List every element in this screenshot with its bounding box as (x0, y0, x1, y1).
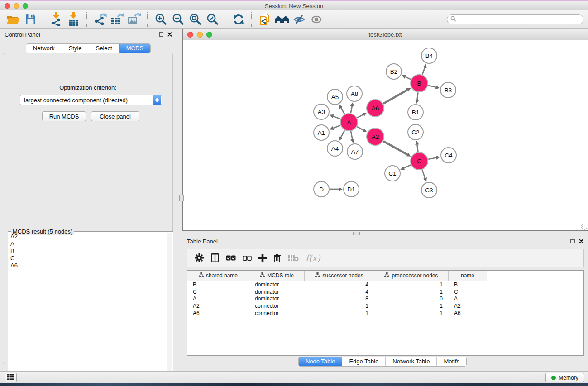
cell-predecessor-nodes[interactable]: 1 (374, 289, 449, 295)
search-field[interactable] (447, 14, 583, 24)
graph-edge[interactable] (351, 106, 352, 113)
tab-node-table[interactable]: Node Table (299, 357, 342, 366)
close-panel-button[interactable]: Close panel (91, 111, 139, 121)
cell-name[interactable]: A (449, 295, 487, 302)
column-header-shared-name[interactable]: shared name (187, 271, 249, 281)
column-header-MCDS-role[interactable]: MCDS role (249, 271, 305, 281)
cell-predecessor-nodes[interactable]: 1 (374, 303, 449, 309)
zoom-in-button[interactable] (152, 12, 169, 27)
duplicate-network-button[interactable] (256, 12, 273, 27)
home-layout-button[interactable] (273, 12, 291, 27)
float-panel-icon[interactable] (159, 32, 163, 37)
graph-edge[interactable] (357, 127, 363, 130)
cell-MCDS-role[interactable]: connector (249, 303, 305, 309)
cell-successor-nodes[interactable]: 1 (305, 303, 374, 309)
graph-edge[interactable] (351, 131, 353, 139)
export-image-button[interactable] (126, 12, 143, 27)
cell-successor-nodes[interactable]: 1 (305, 310, 374, 316)
search-input[interactable] (458, 15, 583, 24)
tab-style[interactable]: Style (62, 44, 89, 53)
graph-edge[interactable] (417, 145, 418, 152)
cell-name[interactable]: A2 (449, 303, 487, 309)
cell-shared-name[interactable]: C (187, 289, 249, 295)
export-table-button[interactable] (109, 12, 126, 27)
cell-predecessor-nodes[interactable]: 1 (374, 281, 449, 288)
table-row[interactable]: Bdominator41B (187, 281, 583, 288)
column-header-name[interactable]: name (449, 271, 487, 281)
table-row[interactable]: A6connector11A6 (187, 310, 583, 317)
vertical-split-handle[interactable] (179, 195, 184, 201)
zoom-selected-button[interactable] (204, 12, 221, 27)
tab-motifs[interactable]: Motifs (436, 357, 466, 366)
cell-shared-name[interactable]: A (187, 295, 249, 302)
task-history-button[interactable] (5, 373, 17, 382)
gear-button[interactable] (194, 253, 204, 263)
network-frame-titlebar[interactable]: testGlobe.txt (183, 29, 588, 40)
split-view-button[interactable] (211, 253, 219, 262)
graph-edge[interactable] (357, 114, 363, 118)
show-graphics-button[interactable] (308, 12, 325, 27)
graph-edge[interactable] (333, 125, 340, 128)
zoom-out-button[interactable] (169, 12, 186, 27)
result-item[interactable]: C (9, 255, 167, 262)
zoom-fit-button[interactable] (186, 12, 204, 27)
table-row[interactable]: Adominator80A (187, 295, 583, 303)
delete-row-button[interactable] (273, 253, 281, 262)
tab-network[interactable]: Network (26, 44, 62, 53)
graph-edge[interactable] (417, 92, 418, 100)
graph-edge[interactable] (333, 116, 340, 119)
add-row-button[interactable] (258, 254, 267, 262)
graph-edge[interactable] (405, 77, 411, 80)
graph-edge[interactable] (383, 141, 407, 154)
hide-annotations-button[interactable] (291, 12, 308, 27)
cell-predecessor-nodes[interactable]: 0 (374, 295, 449, 302)
open-session-button[interactable] (5, 12, 22, 27)
graph-edge[interactable] (422, 67, 425, 74)
close-panel-icon[interactable] (167, 32, 172, 37)
cell-shared-name[interactable]: B (187, 281, 249, 288)
save-session-button[interactable] (22, 12, 39, 27)
cell-successor-nodes[interactable]: 4 (305, 289, 374, 295)
result-item[interactable]: A6 (9, 262, 167, 269)
resize-grip-icon[interactable] (581, 224, 587, 230)
criterion-dropdown[interactable]: largest connected component (directed) (20, 95, 162, 105)
result-item[interactable]: A (9, 240, 167, 248)
graph-edge[interactable] (428, 158, 436, 160)
graph-edge[interactable] (383, 90, 407, 104)
cell-name[interactable]: B (449, 281, 487, 288)
graph-edge[interactable] (428, 86, 436, 87)
memory-button[interactable]: Memory (545, 373, 584, 382)
refresh-button[interactable] (230, 12, 247, 27)
cell-MCDS-role[interactable]: connector (249, 310, 305, 316)
float-table-panel-icon[interactable] (570, 239, 575, 243)
table-row[interactable]: Cdominator41C (187, 288, 583, 295)
cell-successor-nodes[interactable]: 4 (305, 281, 374, 288)
result-scrollbar[interactable] (167, 233, 172, 385)
column-header-predecessor-nodes[interactable]: predecessor nodes (374, 271, 449, 281)
table-row[interactable]: A2connector11A2 (187, 302, 583, 310)
select-all-button[interactable] (226, 255, 236, 261)
cell-shared-name[interactable]: A6 (187, 310, 249, 316)
cell-MCDS-role[interactable]: dominator (249, 295, 305, 302)
cell-predecessor-nodes[interactable]: 1 (374, 310, 449, 316)
cell-shared-name[interactable]: A2 (187, 303, 249, 309)
network-canvas[interactable]: B4B2BB3A8A5A6A3B1AA1C2A2A4A7C4CC1DD1C3 (183, 40, 588, 230)
tab-edge-table[interactable]: Edge Table (342, 357, 385, 366)
close-table-panel-icon[interactable] (579, 239, 583, 243)
tab-select[interactable]: Select (89, 44, 119, 53)
result-item[interactable]: A2 (9, 233, 167, 240)
run-mcds-button[interactable]: Run MCDS (42, 111, 86, 121)
export-network-button[interactable] (91, 12, 109, 27)
deselect-all-button[interactable] (243, 256, 252, 261)
cell-MCDS-role[interactable]: dominator (249, 289, 305, 295)
graph-edge[interactable] (341, 108, 345, 114)
cell-name[interactable]: C (449, 289, 487, 295)
cell-name[interactable]: A6 (449, 310, 487, 316)
tab-mcds[interactable]: MCDS (119, 44, 150, 53)
cell-MCDS-role[interactable]: dominator (249, 281, 305, 288)
graph-edge[interactable] (422, 170, 425, 178)
graph-edge[interactable] (341, 130, 344, 137)
column-header-successor-nodes[interactable]: successor nodes (305, 271, 374, 281)
import-network-button[interactable] (48, 12, 65, 27)
result-item[interactable]: B (9, 248, 167, 255)
